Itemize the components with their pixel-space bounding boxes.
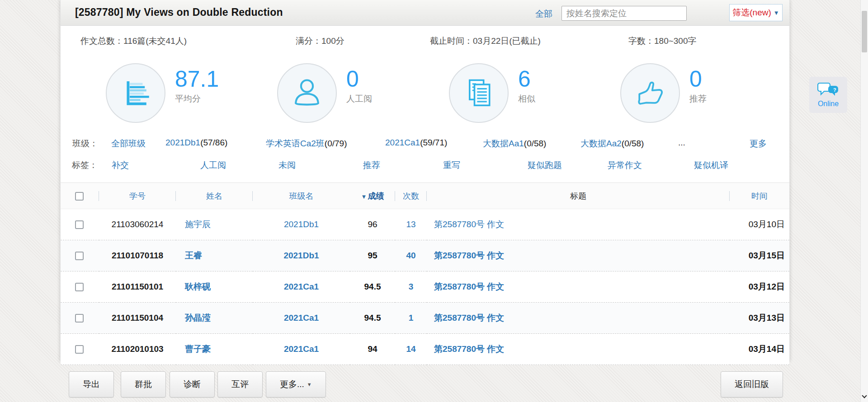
metric-average-score: 87.1 平均分 <box>106 63 219 123</box>
class-filter-ellipsis: ... <box>678 138 685 148</box>
class-filter-item[interactable]: 2021Db1(57/86) <box>165 138 227 148</box>
essay-title-link[interactable]: 第2587780号 作文 <box>434 251 504 260</box>
tag-abnormal[interactable]: 异常作文 <box>608 159 642 171</box>
class-filter-item[interactable]: 大数据Aa2(0/58) <box>580 138 644 150</box>
tag-recommended[interactable]: 推荐 <box>363 159 380 171</box>
student-id: 21102010103 <box>99 334 176 365</box>
stat-full-score: 满分：100分 <box>296 35 344 47</box>
person-icon <box>277 63 337 123</box>
class-name-link[interactable]: 2021Ca1 <box>284 282 319 291</box>
batch-review-button[interactable]: 群批 <box>121 371 166 397</box>
essay-table: 学号 姓名 班级名 ▼成绩 次数 标题 时间 21103060214 施宇辰 2… <box>61 182 789 365</box>
tag-resubmit[interactable]: 补交 <box>112 159 129 171</box>
manual-review-label: 人工阅 <box>346 93 372 105</box>
table-row: 21101070118 王睿 2021Db1 95 40 第2587780号 作… <box>61 240 789 271</box>
select-all-checkbox[interactable] <box>75 192 84 201</box>
row-checkbox[interactable] <box>75 252 84 260</box>
tag-unread[interactable]: 未阅 <box>278 159 296 171</box>
class-filter-item[interactable]: 2021Ca1(59/71) <box>385 138 447 148</box>
export-button[interactable]: 导出 <box>69 371 114 397</box>
class-name-link[interactable]: 2021Db1 <box>284 220 319 229</box>
scrollbar-thumb[interactable] <box>862 11 867 52</box>
student-id: 21103060214 <box>99 209 176 240</box>
filter-dropdown[interactable]: 筛选(new) ▼ <box>729 4 783 21</box>
score-value: 94.5 <box>350 271 395 303</box>
table-row: 21103060214 施宇辰 2021Db1 96 13 第2587780号 … <box>61 209 789 240</box>
tag-off-topic[interactable]: 疑似跑题 <box>528 159 562 171</box>
question-mark-glyph: ? <box>833 87 836 93</box>
attempts-link[interactable]: 13 <box>406 220 415 229</box>
online-help-widget[interactable]: ? Online <box>809 77 847 113</box>
class-filter-item[interactable]: 大数据Aa1(0/58) <box>483 138 546 150</box>
header-title: 标题 <box>427 183 730 209</box>
class-filter-row: 班级： 全部班级 2021Db1(57/86) 学术英语Ca2班(0/79) 2… <box>61 138 789 152</box>
attempts-link[interactable]: 3 <box>409 282 414 291</box>
score-value: 95 <box>350 240 395 271</box>
score-value: 94.5 <box>350 303 395 334</box>
header-time[interactable]: 时间 <box>730 183 789 209</box>
search-input[interactable] <box>561 6 687 21</box>
class-count: (57/86) <box>200 138 227 147</box>
attempts-link[interactable]: 14 <box>406 344 415 354</box>
row-checkbox[interactable] <box>75 283 84 291</box>
tag-rewrite[interactable]: 重写 <box>443 159 460 171</box>
class-count: (59/71) <box>420 138 447 147</box>
chevron-down-icon: ▼ <box>774 9 779 16</box>
row-checkbox[interactable] <box>75 314 84 323</box>
submit-time: 03月10日 <box>730 209 789 240</box>
table-row: 21101150104 孙晶滢 2021Ca1 94.5 1 第2587780号… <box>61 303 789 334</box>
average-score-label: 平均分 <box>175 93 219 105</box>
student-id: 21101150104 <box>99 303 176 334</box>
metric-similar: 6 相似 <box>449 63 535 123</box>
student-name-link[interactable]: 耿梓砚 <box>185 282 211 291</box>
class-filter-label: 班级： <box>72 138 98 150</box>
student-name-link[interactable]: 施宇辰 <box>185 220 211 229</box>
all-link[interactable]: 全部 <box>535 8 552 20</box>
essay-title-link[interactable]: 第2587780号 作文 <box>434 313 504 323</box>
student-id: 21101150101 <box>99 271 176 303</box>
title-bar: [2587780] My Views on Double Reduction 全… <box>61 0 789 26</box>
class-filter-more[interactable]: 更多 <box>750 138 767 150</box>
row-checkbox[interactable] <box>75 220 84 229</box>
page-scrollbar[interactable] <box>860 0 868 402</box>
score-value: 94 <box>350 334 395 365</box>
header-attempts[interactable]: 次数 <box>395 183 427 209</box>
class-name-link[interactable]: 2021Db1 <box>283 251 319 260</box>
stat-deadline: 截止时间：03月22日(已截止) <box>430 35 541 47</box>
scrollbar-down-arrow-icon[interactable] <box>862 393 867 398</box>
header-name[interactable]: 姓名 <box>176 183 253 209</box>
class-name-link[interactable]: 2021Ca1 <box>284 313 319 323</box>
attempts-link[interactable]: 40 <box>406 251 415 260</box>
row-checkbox[interactable] <box>75 345 84 354</box>
tag-machine-translated[interactable]: 疑似机译 <box>694 159 728 171</box>
attempts-link[interactable]: 1 <box>409 313 414 323</box>
header-score[interactable]: ▼成绩 <box>350 183 395 209</box>
class-filter-all[interactable]: 全部班级 <box>111 138 146 150</box>
submit-time: 03月13日 <box>730 303 789 334</box>
header-student-id[interactable]: 学号 <box>99 183 176 209</box>
tag-manual-review[interactable]: 人工阅 <box>200 159 226 171</box>
filter-label: 筛选(new) <box>732 7 771 19</box>
stat-word-count: 字数：180~300字 <box>628 35 697 47</box>
table-header-row: 学号 姓名 班级名 ▼成绩 次数 标题 时间 <box>61 183 789 209</box>
essay-title-link[interactable]: 第2587780号 作文 <box>434 344 504 354</box>
submit-time: 03月14日 <box>730 334 789 365</box>
table-row: 21101150101 耿梓砚 2021Ca1 94.5 3 第2587780号… <box>61 271 789 303</box>
back-to-old-version-button[interactable]: 返回旧版 <box>721 371 783 397</box>
more-button[interactable]: 更多... ▼ <box>266 371 326 397</box>
essay-title-link[interactable]: 第2587780号 作文 <box>434 282 504 291</box>
class-filter-item[interactable]: 学术英语Ca2班(0/79) <box>266 138 347 150</box>
similar-label: 相似 <box>518 93 535 105</box>
submit-time: 03月12日 <box>730 271 789 303</box>
student-name-link[interactable]: 孙晶滢 <box>185 313 211 323</box>
class-name-link[interactable]: 2021Ca1 <box>284 344 319 354</box>
header-class-name[interactable]: 班级名 <box>253 183 350 209</box>
essay-title-link[interactable]: 第2587780号 作文 <box>434 220 504 229</box>
header-checkbox-cell <box>61 183 99 209</box>
student-name-link[interactable]: 王睿 <box>185 251 202 260</box>
average-score-value: 87.1 <box>175 68 219 90</box>
sort-desc-icon: ▼ <box>361 193 367 200</box>
student-name-link[interactable]: 曹子豪 <box>185 344 211 354</box>
diagnose-button[interactable]: 诊断 <box>170 371 215 397</box>
peer-review-button[interactable]: 互评 <box>217 371 263 397</box>
